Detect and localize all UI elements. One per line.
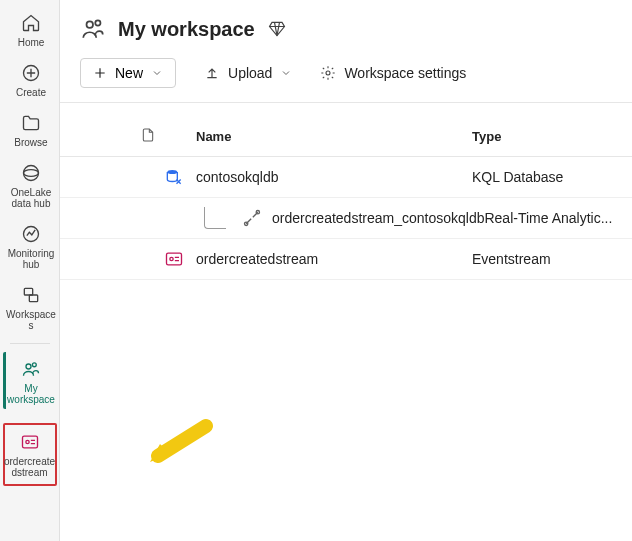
chevron-down-icon bbox=[280, 67, 292, 79]
item-type: KQL Database bbox=[472, 169, 632, 185]
nav-onelake[interactable]: OneLake data hub bbox=[3, 156, 57, 213]
nav-home-label: Home bbox=[18, 37, 45, 48]
nav-onelake-label: OneLake data hub bbox=[6, 187, 57, 209]
realtime-analytics-icon bbox=[242, 208, 262, 228]
col-name[interactable]: Name bbox=[196, 129, 472, 144]
workspace-toolbar: New Upload Workspace settings bbox=[60, 52, 632, 103]
workspace-header: My workspace bbox=[60, 0, 632, 52]
upload-button[interactable]: Upload bbox=[204, 65, 292, 81]
svg-point-17 bbox=[170, 257, 173, 260]
nav-divider bbox=[10, 343, 50, 344]
svg-point-1 bbox=[24, 166, 39, 181]
workspace-people-icon bbox=[80, 16, 106, 42]
nav-my-workspace-label: My workspace bbox=[6, 383, 57, 405]
people-icon bbox=[20, 358, 42, 380]
svg-rect-4 bbox=[24, 288, 32, 295]
item-name: contosokqldb bbox=[196, 169, 472, 185]
table-row[interactable]: ordercreatedstream_contosokqldb Real-Tim… bbox=[60, 198, 632, 239]
nav-browse[interactable]: Browse bbox=[3, 106, 57, 152]
monitor-icon bbox=[20, 223, 42, 245]
nav-ordercreatedstream-label: ordercreatedstream bbox=[3, 456, 57, 478]
home-icon bbox=[20, 12, 42, 34]
svg-point-12 bbox=[326, 71, 330, 75]
kql-database-icon bbox=[164, 167, 184, 187]
annotation-arrow bbox=[146, 418, 206, 458]
gear-icon bbox=[320, 65, 336, 81]
onelake-icon bbox=[20, 162, 42, 184]
svg-point-14 bbox=[245, 222, 248, 225]
folder-icon bbox=[20, 112, 42, 134]
workspace-settings-button[interactable]: Workspace settings bbox=[320, 65, 466, 81]
nav-home[interactable]: Home bbox=[3, 6, 57, 52]
svg-point-7 bbox=[32, 363, 36, 367]
left-nav-rail: Home Create Browse OneLake data hub Moni… bbox=[0, 0, 60, 541]
nav-create-label: Create bbox=[16, 87, 46, 98]
items-table: Name Type contosokqldb KQL Database bbox=[60, 103, 632, 280]
item-type: Eventstream bbox=[472, 251, 632, 267]
diamond-icon[interactable] bbox=[267, 19, 287, 39]
nav-browse-label: Browse bbox=[14, 137, 47, 148]
new-button-label: New bbox=[115, 65, 143, 81]
eventstream-icon bbox=[164, 249, 184, 269]
nav-workspaces[interactable]: Workspaces bbox=[3, 278, 57, 335]
col-type[interactable]: Type bbox=[472, 129, 632, 144]
item-type: Real-Time Analytic... bbox=[484, 210, 632, 226]
workspace-title: My workspace bbox=[118, 18, 255, 41]
nav-monitoring[interactable]: Monitoring hub bbox=[3, 217, 57, 274]
new-button[interactable]: New bbox=[80, 58, 176, 88]
item-name: ordercreatedstream bbox=[196, 251, 472, 267]
eventstream-icon bbox=[19, 431, 41, 453]
svg-point-6 bbox=[26, 364, 31, 369]
plus-icon bbox=[93, 66, 107, 80]
svg-rect-5 bbox=[29, 295, 37, 302]
table-row[interactable]: contosokqldb KQL Database bbox=[60, 157, 632, 198]
nav-my-workspace[interactable]: My workspace bbox=[3, 352, 57, 409]
file-icon bbox=[140, 127, 156, 143]
plus-circle-icon bbox=[20, 62, 42, 84]
chevron-down-icon bbox=[151, 67, 163, 79]
svg-rect-8 bbox=[22, 436, 37, 448]
svg-point-11 bbox=[95, 20, 100, 25]
svg-point-9 bbox=[25, 440, 28, 443]
svg-point-2 bbox=[24, 170, 39, 177]
child-connector bbox=[204, 207, 226, 229]
nav-ordercreatedstream[interactable]: ordercreatedstream bbox=[3, 423, 57, 486]
table-header-row: Name Type bbox=[60, 117, 632, 157]
item-name: ordercreatedstream_contosokqldb bbox=[272, 210, 484, 226]
upload-label: Upload bbox=[228, 65, 272, 81]
svg-point-10 bbox=[87, 21, 94, 28]
svg-point-13 bbox=[167, 170, 177, 174]
nav-workspaces-label: Workspaces bbox=[4, 309, 58, 331]
upload-icon bbox=[204, 65, 220, 81]
nav-monitoring-label: Monitoring hub bbox=[6, 248, 57, 270]
nav-create[interactable]: Create bbox=[3, 56, 57, 102]
workspace-main: My workspace New Upload bbox=[60, 0, 632, 541]
workspaces-icon bbox=[20, 284, 42, 306]
svg-rect-16 bbox=[167, 253, 182, 265]
workspace-settings-label: Workspace settings bbox=[344, 65, 466, 81]
table-row[interactable]: ordercreatedstream Eventstream bbox=[60, 239, 632, 280]
